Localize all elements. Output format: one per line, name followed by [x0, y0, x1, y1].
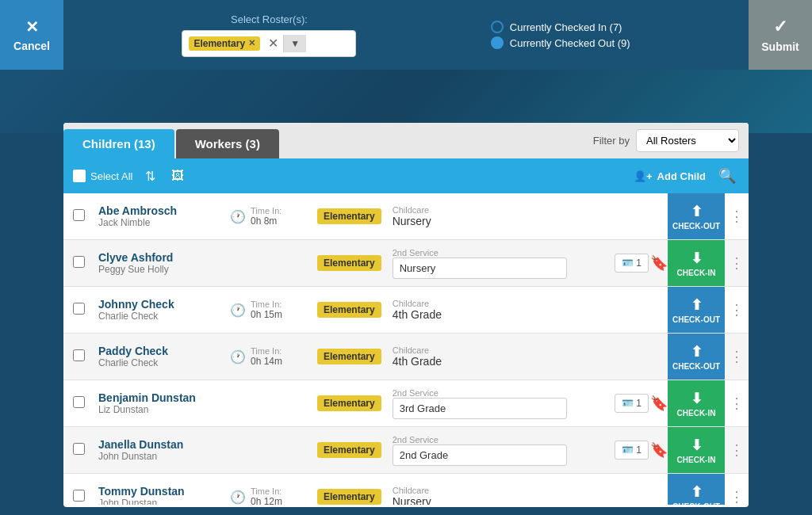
row-checkbox-input[interactable] — [73, 443, 85, 455]
clear-button[interactable]: ✕ — [268, 36, 278, 51]
select-all-label[interactable]: Select All — [73, 170, 132, 182]
card-count: 1 — [636, 258, 642, 269]
clock-icon: 🕐 — [230, 303, 246, 318]
card-icon-button[interactable]: 🪪 1 — [615, 254, 649, 273]
bookmark-icon[interactable]: 🔖 — [650, 441, 668, 459]
list-row: Johnny Check Charlie Check 🕐 Time In: 0h… — [63, 287, 749, 334]
tab-workers[interactable]: Workers (3) — [176, 129, 279, 158]
row-checkbox[interactable] — [63, 256, 95, 271]
more-options-button[interactable]: ⋮ — [725, 254, 749, 272]
upload-icon: ⬆ — [691, 203, 703, 220]
card-icon-button[interactable]: 🪪 1 — [615, 394, 649, 413]
search-button[interactable]: 🔍 — [715, 164, 739, 188]
sort-icon[interactable]: ⇅ — [142, 166, 159, 187]
action-label: CHECK-IN — [677, 456, 716, 464]
person-info: Janella Dunstan John Dunstan — [95, 432, 230, 468]
person-name: Janella Dunstan — [98, 438, 227, 451]
person-name: Johnny Check — [98, 298, 227, 311]
action-label: CHECK-IN — [677, 409, 716, 418]
childcare-value: 4th Grade — [393, 308, 661, 321]
row-checkbox-input[interactable] — [73, 349, 85, 361]
more-options-button[interactable]: ⋮ — [725, 348, 749, 365]
row-checkbox-input[interactable] — [73, 490, 85, 502]
person-info: Abe Ambrosch Jack Nimble — [95, 198, 230, 235]
roster-input[interactable]: Elementary ✕ ✕ ▼ — [182, 30, 356, 57]
row-checkbox[interactable] — [63, 490, 95, 505]
service-input[interactable] — [393, 444, 567, 466]
checkout-button[interactable]: ⬆ CHECK-OUT — [668, 334, 725, 380]
tabs-container: Children (13) Workers (3) Filter by All … — [63, 123, 749, 158]
add-child-icon: 👤+ — [634, 170, 653, 182]
select-all-checkbox[interactable] — [73, 170, 86, 182]
add-child-button[interactable]: 👤+ Add Child — [634, 170, 706, 182]
row-checkbox[interactable] — [63, 303, 95, 318]
row-checkbox-input[interactable] — [73, 396, 85, 408]
service-type-label: 2nd Service — [393, 388, 609, 398]
more-options-button[interactable]: ⋮ — [725, 395, 749, 412]
submit-button[interactable]: ✓ Submit — [749, 0, 812, 70]
card-icon: 🪪 — [622, 398, 634, 409]
person-info: Johnny Check Charlie Check — [95, 292, 230, 328]
cancel-button[interactable]: ✕ Cancel — [0, 0, 63, 70]
time-info: 🕐 Time In: 0h 15m — [230, 299, 317, 320]
add-child-label: Add Child — [657, 170, 706, 182]
service-input[interactable] — [393, 398, 567, 419]
childcare-label: Childcare — [393, 205, 661, 215]
service-input[interactable] — [393, 258, 567, 279]
bookmark-icon[interactable]: 🔖 — [650, 254, 668, 272]
person-info: Paddy Check Charlie Check — [95, 338, 230, 375]
childcare-info: Childcare 4th Grade — [386, 296, 668, 324]
roster-badge: Elementary — [317, 208, 381, 224]
time-in-label: Time In: — [251, 346, 282, 356]
x-icon: ✕ — [25, 17, 39, 36]
roster-badge: Elementary — [317, 442, 381, 458]
person-name: Paddy Check — [98, 345, 227, 357]
childcare-value: Nursery — [393, 495, 661, 505]
bookmark-icon[interactable]: 🔖 — [650, 395, 668, 412]
more-options-button[interactable]: ⋮ — [725, 488, 749, 505]
dropdown-arrow-icon[interactable]: ▼ — [283, 35, 306, 52]
row-checkbox[interactable] — [63, 443, 95, 458]
person-parent: John Dunstan — [98, 451, 227, 462]
roster-tag-remove[interactable]: ✕ — [248, 38, 255, 48]
clock-icon: 🕐 — [230, 490, 246, 505]
row-checkbox[interactable] — [63, 396, 95, 411]
person-parent: Charlie Check — [98, 357, 227, 368]
filter-select[interactable]: All Rosters Elementary Nursery 4th Grade — [636, 129, 739, 152]
childcare-label: Childcare — [393, 299, 661, 308]
card-icon-button[interactable]: 🪪 1 — [615, 441, 649, 460]
time-in-value: 0h 8m — [251, 216, 282, 227]
checkout-button[interactable]: ⬆ CHECK-OUT — [668, 287, 725, 333]
toolbar-right: 👤+ Add Child 🔍 — [634, 164, 739, 188]
more-options-button[interactable]: ⋮ — [725, 301, 749, 319]
row-checkbox-input[interactable] — [73, 256, 85, 268]
person-parent: Liz Dunstan — [98, 404, 227, 415]
roster-badge: Elementary — [317, 255, 381, 271]
row-checkbox-input[interactable] — [73, 303, 85, 315]
person-parent: John Dunstan — [98, 498, 227, 505]
checkin-button[interactable]: ⬇ CHECK-IN — [668, 240, 725, 286]
row-actions: 🪪 1 🔖 — [615, 254, 668, 273]
image-icon[interactable]: 🖼 — [168, 166, 187, 186]
card-count: 1 — [636, 444, 642, 456]
childcare-info: Childcare Nursery — [386, 483, 668, 505]
person-parent: Charlie Check — [98, 311, 227, 322]
row-checkbox[interactable] — [63, 209, 95, 224]
checkin-button[interactable]: ⬇ CHECK-IN — [668, 380, 725, 426]
checkout-button[interactable]: ⬆ CHECK-OUT — [668, 193, 725, 239]
checkmark-icon: ✓ — [773, 17, 787, 37]
tab-children[interactable]: Children (13) — [63, 129, 174, 158]
checkin-button[interactable]: ⬇ CHECK-IN — [668, 427, 725, 473]
more-options-button[interactable]: ⋮ — [725, 441, 749, 459]
person-info: Benjamin Dunstan Liz Dunstan — [95, 385, 230, 422]
more-options-button[interactable]: ⋮ — [725, 208, 749, 225]
list-row: Paddy Check Charlie Check 🕐 Time In: 0h … — [63, 334, 749, 380]
row-checkbox-input[interactable] — [73, 209, 85, 221]
row-checkbox[interactable] — [63, 349, 95, 364]
childcare-label: Childcare — [393, 345, 661, 355]
person-name: Tommy Dunstan — [98, 485, 227, 498]
checkout-button[interactable]: ⬆ CHECK-OUT — [668, 474, 725, 505]
person-parent: Peggy Sue Holly — [98, 264, 227, 275]
download-icon: ⬇ — [691, 437, 703, 454]
time-in-label: Time In: — [251, 299, 282, 309]
